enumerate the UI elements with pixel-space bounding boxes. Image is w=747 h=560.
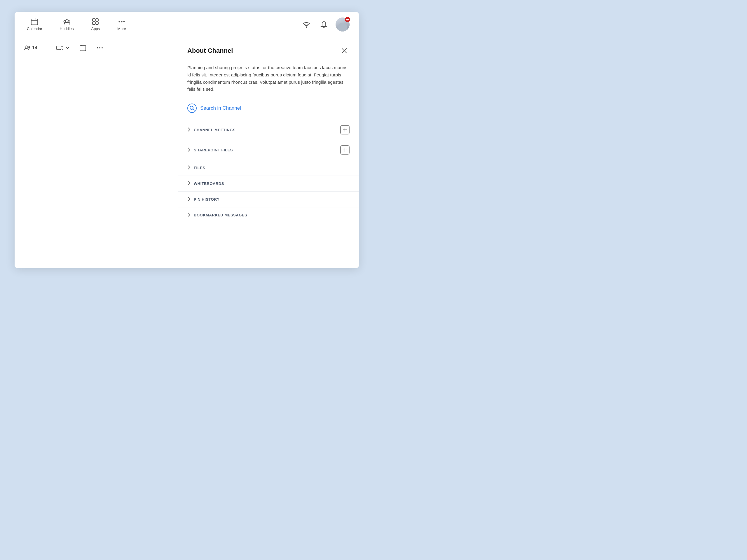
avatar-btn[interactable]	[336, 18, 350, 31]
svg-point-18	[28, 46, 30, 48]
apps-icon	[92, 18, 99, 25]
svg-point-26	[99, 47, 100, 48]
chevron-right-icon	[187, 165, 190, 170]
svg-point-30	[190, 106, 193, 109]
more-label: More	[117, 27, 126, 31]
schedule-icon	[80, 45, 86, 51]
svg-point-27	[102, 47, 103, 48]
svg-rect-21	[80, 46, 86, 51]
left-panel: 14	[15, 37, 178, 268]
about-header: About Channel	[178, 37, 359, 62]
svg-point-25	[97, 47, 98, 48]
app-window: Calendar Huddles	[15, 12, 359, 268]
svg-point-12	[121, 21, 122, 22]
section-item-sharepoint-files[interactable]: SHAREPOINT FILES	[178, 140, 359, 160]
section-label: CHANNEL MEETINGS	[194, 128, 235, 132]
svg-rect-8	[96, 19, 98, 21]
huddles-icon	[63, 18, 71, 25]
more-options-btn[interactable]	[94, 45, 105, 50]
section-label: SHAREPOINT FILES	[194, 148, 233, 152]
apps-label: Apps	[91, 27, 100, 31]
close-button[interactable]	[339, 46, 350, 56]
nav-item-apps[interactable]: Apps	[88, 16, 103, 33]
nav-item-calendar[interactable]: Calendar	[24, 16, 45, 33]
svg-point-11	[119, 21, 120, 22]
video-btn[interactable]	[54, 44, 72, 52]
section-item-whiteboards[interactable]: WHITEBOARDS	[178, 176, 359, 192]
huddles-label: Huddles	[60, 27, 74, 31]
add-section-button[interactable]	[340, 125, 350, 134]
chevron-right-icon	[187, 213, 190, 218]
search-in-channel-btn[interactable]: Search in Channel	[178, 100, 359, 120]
channel-content	[15, 58, 178, 268]
section-item-pin-history[interactable]: PIN HISTORY	[178, 192, 359, 207]
section-label: BOOKMARKED MESSAGES	[194, 213, 247, 217]
calendar-schedule-btn[interactable]	[77, 43, 88, 53]
svg-rect-10	[96, 22, 98, 25]
svg-rect-19	[57, 46, 61, 50]
section-label: FILES	[194, 166, 205, 170]
about-title: About Channel	[187, 47, 233, 55]
ellipsis-icon	[97, 47, 103, 49]
about-channel-panel: About Channel Planning and sharing proje…	[178, 37, 359, 268]
top-nav: Calendar Huddles	[15, 12, 359, 37]
svg-marker-20	[61, 46, 63, 50]
section-label: PIN HISTORY	[194, 197, 220, 202]
members-btn[interactable]: 14	[22, 44, 40, 52]
chevron-right-icon	[187, 197, 190, 202]
section-label: WHITEBOARDS	[194, 181, 224, 186]
recording-badge	[345, 17, 350, 22]
section-item-channel-meetings[interactable]: CHANNEL MEETINGS	[178, 120, 359, 140]
bell-icon-btn[interactable]	[318, 19, 330, 30]
svg-point-13	[123, 21, 124, 22]
wifi-icon-btn[interactable]	[301, 19, 312, 30]
svg-rect-7	[93, 19, 95, 21]
svg-point-17	[25, 46, 27, 48]
svg-line-31	[193, 109, 194, 110]
more-icon	[118, 18, 126, 25]
calendar-label: Calendar	[27, 27, 42, 31]
svg-rect-0	[31, 19, 37, 25]
video-icon	[56, 45, 63, 50]
nav-item-huddles[interactable]: Huddles	[57, 16, 77, 33]
search-icon	[187, 104, 197, 113]
members-icon	[24, 45, 30, 50]
chevron-right-icon	[187, 148, 190, 153]
svg-rect-15	[346, 19, 348, 20]
section-item-files[interactable]: FILES	[178, 160, 359, 176]
member-count: 14	[32, 45, 37, 50]
main-area: 14	[15, 37, 359, 268]
nav-left: Calendar Huddles	[24, 16, 129, 33]
section-item-bookmarked-messages[interactable]: BOOKMARKED MESSAGES	[178, 207, 359, 223]
nav-item-more[interactable]: More	[114, 16, 129, 33]
chevron-right-icon	[187, 128, 190, 132]
section-list: CHANNEL MEETINGSSHAREPOINT FILESFILESWHI…	[178, 120, 359, 230]
about-description: Planning and sharing projects status for…	[178, 62, 359, 100]
nav-right	[301, 18, 350, 31]
chevron-right-icon	[187, 181, 190, 186]
svg-point-14	[306, 27, 307, 27]
chevron-down-icon	[66, 47, 69, 49]
calendar-icon	[31, 18, 38, 25]
svg-rect-9	[93, 22, 95, 25]
toolbar-divider	[47, 44, 47, 52]
svg-marker-16	[348, 18, 349, 20]
search-in-channel-label: Search in Channel	[200, 105, 241, 111]
add-section-button[interactable]	[340, 145, 350, 155]
channel-toolbar: 14	[15, 37, 178, 58]
